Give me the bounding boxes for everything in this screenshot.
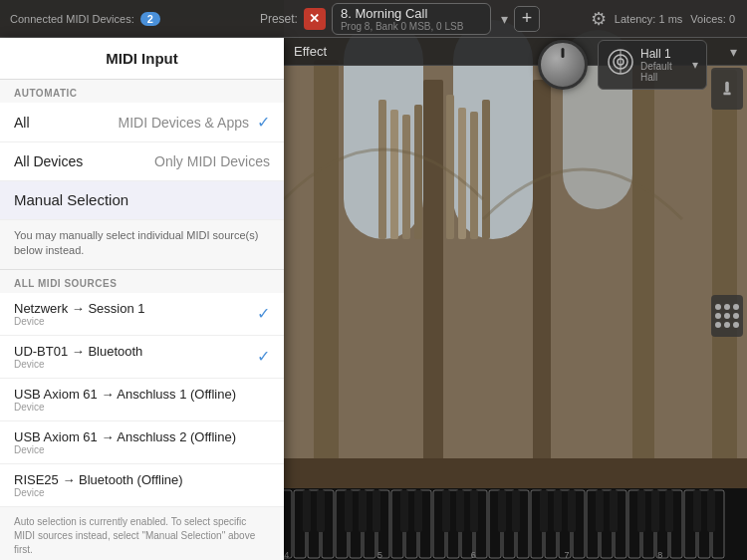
hall-selector[interactable]: Hall 1 Default Hall ▾: [598, 40, 707, 90]
svg-rect-110: [665, 490, 673, 532]
source-axiom1-text: USB Axiom 61 → Anschluss 1 (Offline) Dev…: [14, 387, 236, 413]
source-netzwerk-check: ✓: [257, 304, 270, 323]
svg-rect-98: [442, 490, 450, 532]
svg-rect-11: [402, 115, 410, 239]
svg-rect-13: [446, 95, 454, 239]
svg-rect-103: [540, 490, 548, 532]
all-midi-sources-header: ALL MIDI SOURCES: [0, 270, 284, 293]
volume-knob[interactable]: [538, 40, 588, 90]
panel-title: MIDI Input: [0, 38, 284, 80]
all-devices-item[interactable]: All Devices Only MIDI Devices: [0, 142, 284, 181]
tuning-icon: [718, 80, 736, 98]
source-axiom1[interactable]: USB Axiom 61 → Anschluss 1 (Offline) Dev…: [0, 379, 284, 421]
all-devices-left: All Devices: [14, 153, 83, 169]
source-axiom1-name: USB Axiom 61 → Anschluss 1 (Offline): [14, 387, 236, 402]
svg-rect-4: [314, 60, 339, 478]
preset-dropdown[interactable]: 8. Morning Call Prog 8, Bank 0 MSB, 0 LS…: [332, 3, 491, 35]
midi-input-panel: MIDI Input AUTOMATIC All MIDI Devices & …: [0, 38, 284, 560]
source-axiom2-name: USB Axiom 61 → Anschluss 2 (Offline): [14, 429, 236, 444]
all-devices-title: All Devices: [14, 153, 83, 169]
svg-rect-5: [423, 80, 443, 478]
source-udbt01-name: UD-BT01 → Bluetooth: [14, 344, 142, 359]
preset-name: 8. Morning Call: [341, 6, 482, 21]
all-devices-right: Only MIDI Devices: [154, 152, 270, 170]
grid-icon: [715, 304, 739, 328]
svg-rect-23: [723, 93, 730, 96]
svg-rect-112: [707, 490, 715, 532]
source-netzwerk-text: Netzwerk → Session 1 Device: [14, 301, 145, 327]
connected-midi-label: Connected MIDI Devices:: [10, 13, 134, 25]
header-right: ⚙ Latency: 1 ms Voices: 0: [591, 8, 747, 30]
source-udbt01-type: Device: [14, 359, 142, 370]
svg-rect-91: [303, 490, 311, 532]
manual-selection-title: Manual Selection: [14, 191, 128, 208]
hall-dropdown-arrow: ▾: [692, 58, 698, 72]
svg-text:4: 4: [284, 550, 289, 560]
dots-grid-button[interactable]: [711, 295, 743, 337]
knob-control[interactable]: [538, 40, 588, 90]
source-axiom1-type: Device: [14, 402, 236, 413]
source-rise25-name: RISE25 → Bluetooth (Offline): [14, 472, 183, 487]
source-rise25-type: Device: [14, 487, 183, 498]
svg-rect-95: [373, 490, 380, 532]
svg-rect-10: [390, 110, 398, 239]
source-rise25[interactable]: RISE25 → Bluetooth (Offline) Device: [0, 464, 284, 507]
preset-sub: Prog 8, Bank 0 MSB, 0 LSB: [341, 21, 482, 32]
source-udbt01-text: UD-BT01 → Bluetooth Device: [14, 344, 142, 370]
svg-rect-93: [345, 490, 353, 532]
svg-rect-14: [458, 108, 466, 239]
svg-text:6: 6: [471, 550, 476, 560]
source-axiom2[interactable]: USB Axiom 61 → Anschluss 2 (Offline) Dev…: [0, 421, 284, 464]
manual-description: You may manually select individual MIDI …: [0, 220, 284, 270]
svg-rect-94: [359, 490, 367, 532]
svg-rect-108: [637, 490, 645, 532]
tuning-button[interactable]: [711, 68, 743, 110]
svg-rect-105: [568, 490, 576, 532]
svg-rect-22: [725, 82, 729, 93]
svg-rect-92: [317, 490, 325, 532]
svg-rect-15: [470, 112, 478, 239]
all-midi-item[interactable]: All MIDI Devices & Apps ✓: [0, 103, 284, 142]
preset-dropdown-arrow: ▾: [501, 11, 508, 27]
svg-rect-100: [470, 490, 478, 532]
all-midi-item-left: All: [14, 115, 30, 131]
voices-info: Voices: 0: [690, 13, 735, 25]
plus-icon: +: [522, 8, 533, 29]
reverb-icon: [607, 48, 634, 76]
source-netzwerk-name: Netzwerk → Session 1: [14, 301, 145, 316]
svg-rect-101: [498, 490, 506, 532]
manual-selection-item[interactable]: Manual Selection: [0, 181, 284, 220]
svg-rect-104: [554, 490, 562, 532]
svg-rect-96: [400, 490, 408, 532]
preset-label: Preset:: [260, 12, 298, 26]
effect-arrow-icon: ▾: [730, 44, 737, 60]
right-side-controls: [711, 68, 747, 340]
svg-rect-7: [632, 60, 654, 478]
hall-name: Hall 1: [640, 47, 686, 61]
preset-add-button[interactable]: +: [514, 6, 540, 32]
hall-icon: [607, 48, 634, 82]
all-midi-right: MIDI Devices & Apps ✓: [119, 113, 271, 132]
all-midi-title: All: [14, 115, 30, 131]
settings-gear-icon[interactable]: ⚙: [591, 8, 607, 30]
svg-rect-97: [414, 490, 422, 532]
source-udbt01[interactable]: UD-BT01 → Bluetooth Device ✓: [0, 336, 284, 379]
source-netzwerk-type: Device: [14, 316, 145, 327]
latency-info: Latency: 1 ms: [615, 13, 683, 25]
svg-rect-109: [651, 490, 659, 532]
source-netzwerk[interactable]: Netzwerk → Session 1 Device ✓: [0, 293, 284, 336]
header-center: Preset: ✕ 8. Morning Call Prog 8, Bank 0…: [209, 3, 591, 35]
all-devices-subtitle: Only MIDI Devices: [154, 153, 270, 169]
header-bar: Connected MIDI Devices: 2 Preset: ✕ 8. M…: [0, 0, 747, 38]
all-midi-subtitle: MIDI Devices & Apps: [119, 115, 250, 131]
automatic-section-header: AUTOMATIC: [0, 80, 284, 103]
source-udbt01-check: ✓: [257, 347, 270, 366]
svg-text:8: 8: [657, 550, 662, 560]
source-rise25-text: RISE25 → Bluetooth (Offline) Device: [14, 472, 183, 498]
midi-count-badge: 2: [140, 12, 160, 26]
svg-text:5: 5: [377, 550, 382, 560]
svg-rect-6: [533, 80, 551, 478]
preset-clear-button[interactable]: ✕: [304, 8, 326, 30]
source-axiom2-text: USB Axiom 61 → Anschluss 2 (Offline) Dev…: [14, 429, 236, 455]
svg-rect-107: [610, 490, 618, 532]
